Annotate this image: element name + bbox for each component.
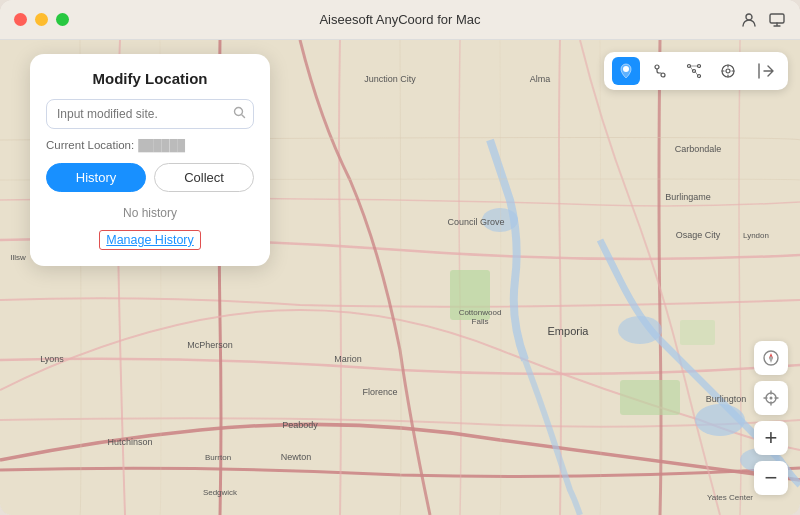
current-location-label: Current Location: (46, 139, 134, 151)
titlebar-right-icons (740, 11, 786, 29)
manage-history-wrapper: Manage History (46, 230, 254, 250)
window-title: Aiseesoft AnyCoord for Mac (319, 12, 480, 27)
svg-point-35 (661, 73, 665, 77)
svg-rect-9 (680, 320, 715, 345)
monitor-icon[interactable] (768, 11, 786, 29)
zoom-in-icon: + (765, 425, 778, 451)
svg-point-45 (235, 108, 243, 116)
no-history-text: No history (46, 206, 254, 220)
svg-text:Newton: Newton (281, 452, 312, 462)
svg-point-0 (746, 14, 752, 20)
map-controls-right: + − (754, 341, 788, 495)
svg-text:Illsw: Illsw (10, 253, 26, 262)
current-location-value: ██████ (138, 139, 185, 151)
svg-text:Sedgwick: Sedgwick (203, 488, 238, 497)
svg-text:Junction City: Junction City (364, 74, 416, 84)
window-controls (14, 13, 69, 26)
svg-point-44 (770, 397, 773, 400)
titlebar: Aiseesoft AnyCoord for Mac (0, 0, 800, 40)
zoom-out-button[interactable]: − (754, 461, 788, 495)
maximize-button[interactable] (56, 13, 69, 26)
svg-rect-1 (770, 14, 784, 23)
tab-row: History Collect (46, 163, 254, 192)
svg-rect-8 (620, 380, 680, 415)
tab-history-button[interactable]: History (46, 163, 146, 192)
svg-text:Florence: Florence (362, 387, 397, 397)
crosshair-button[interactable] (754, 381, 788, 415)
exit-icon[interactable] (752, 57, 780, 85)
location-pin-tool-button[interactable] (612, 57, 640, 85)
svg-text:Lyndon: Lyndon (743, 231, 769, 240)
svg-text:Hutchinson: Hutchinson (107, 437, 152, 447)
svg-text:Cottonwood: Cottonwood (459, 308, 502, 317)
minimize-button[interactable] (35, 13, 48, 26)
modify-location-panel: Modify Location Current Location: ██████… (30, 54, 270, 266)
svg-text:Alma: Alma (530, 74, 551, 84)
map-toolbar (604, 52, 788, 90)
multi-route-tool-button[interactable] (680, 57, 708, 85)
search-icon (233, 106, 246, 122)
zoom-in-button[interactable]: + (754, 421, 788, 455)
svg-text:Emporia: Emporia (548, 325, 590, 337)
svg-text:Falls: Falls (472, 317, 489, 326)
svg-point-5 (695, 404, 745, 436)
svg-text:Osage City: Osage City (676, 230, 721, 240)
svg-text:Marion: Marion (334, 354, 362, 364)
svg-text:Lyons: Lyons (40, 354, 64, 364)
app-window: Aiseesoft AnyCoord for Mac (0, 0, 800, 515)
close-button[interactable] (14, 13, 27, 26)
svg-point-4 (618, 316, 662, 344)
compass-button[interactable] (754, 341, 788, 375)
search-input[interactable] (46, 99, 254, 129)
svg-text:Yates Center: Yates Center (707, 493, 753, 502)
manage-history-link[interactable]: Manage History (99, 230, 201, 250)
svg-text:Council Grove: Council Grove (447, 217, 504, 227)
user-icon[interactable] (740, 11, 758, 29)
svg-text:Peabody: Peabody (282, 420, 318, 430)
joystick-tool-button[interactable] (714, 57, 742, 85)
svg-text:Carbondale: Carbondale (675, 144, 722, 154)
main-content: Junction City Alma Abilene Carbondale Bu… (0, 40, 800, 515)
search-wrapper (46, 99, 254, 129)
tab-collect-button[interactable]: Collect (154, 163, 254, 192)
svg-text:McPherson: McPherson (187, 340, 233, 350)
zoom-out-icon: − (765, 465, 778, 491)
panel-title: Modify Location (46, 70, 254, 87)
svg-point-41 (726, 69, 730, 73)
svg-text:Burrton: Burrton (205, 453, 231, 462)
svg-text:Burlingame: Burlingame (665, 192, 711, 202)
svg-text:Burlington: Burlington (706, 394, 747, 404)
route-tool-button[interactable] (646, 57, 674, 85)
current-location: Current Location: ██████ (46, 139, 254, 151)
